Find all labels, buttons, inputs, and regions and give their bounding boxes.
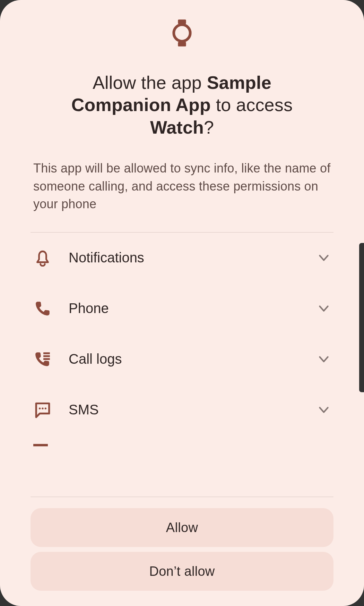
deny-button[interactable]: Don’t allow bbox=[31, 552, 333, 591]
allow-button[interactable]: Allow bbox=[31, 508, 333, 547]
permission-label: Phone bbox=[69, 301, 317, 316]
title-target: Watch bbox=[150, 117, 204, 137]
scrollbar[interactable] bbox=[359, 243, 364, 392]
svg-point-6 bbox=[39, 407, 41, 409]
svg-rect-1 bbox=[178, 42, 186, 47]
title-middle: to access bbox=[211, 95, 293, 115]
dialog-title: Allow the app Sample Companion App to ac… bbox=[31, 71, 333, 138]
permission-item-call-logs[interactable]: Call logs bbox=[31, 334, 333, 385]
dialog-buttons: Allow Don’t allow bbox=[31, 497, 333, 606]
dialog-description: This app will be allowed to sync info, l… bbox=[31, 159, 333, 212]
svg-rect-3 bbox=[43, 352, 50, 354]
chevron-down-icon bbox=[317, 251, 331, 265]
permission-item-notifications[interactable]: Notifications bbox=[31, 233, 333, 283]
sms-icon bbox=[33, 401, 52, 419]
chevron-down-icon bbox=[317, 403, 331, 417]
permission-label: SMS bbox=[69, 402, 317, 418]
watch-icon bbox=[31, 19, 333, 47]
svg-rect-4 bbox=[43, 355, 50, 357]
svg-rect-0 bbox=[178, 19, 186, 24]
permission-item-clipped[interactable] bbox=[31, 435, 333, 446]
permission-dialog: Allow the app Sample Companion App to ac… bbox=[0, 0, 364, 606]
svg-point-2 bbox=[174, 25, 190, 41]
bell-icon bbox=[33, 249, 52, 267]
dialog-content: Allow the app Sample Companion App to ac… bbox=[0, 0, 364, 606]
permission-item-sms[interactable]: SMS bbox=[31, 385, 333, 435]
svg-rect-5 bbox=[43, 358, 50, 360]
permission-list[interactable]: Notifications Phone bbox=[31, 233, 333, 497]
title-suffix: ? bbox=[204, 117, 214, 137]
chevron-down-icon bbox=[317, 352, 331, 366]
permission-item-phone[interactable]: Phone bbox=[31, 283, 333, 334]
permission-label: Notifications bbox=[69, 250, 317, 266]
svg-point-7 bbox=[42, 407, 43, 409]
call-log-icon bbox=[33, 350, 52, 369]
chevron-down-icon bbox=[317, 302, 331, 315]
permission-label: Call logs bbox=[69, 351, 317, 367]
phone-icon bbox=[33, 299, 52, 318]
title-prefix: Allow the app bbox=[93, 73, 207, 93]
svg-point-8 bbox=[45, 407, 46, 409]
